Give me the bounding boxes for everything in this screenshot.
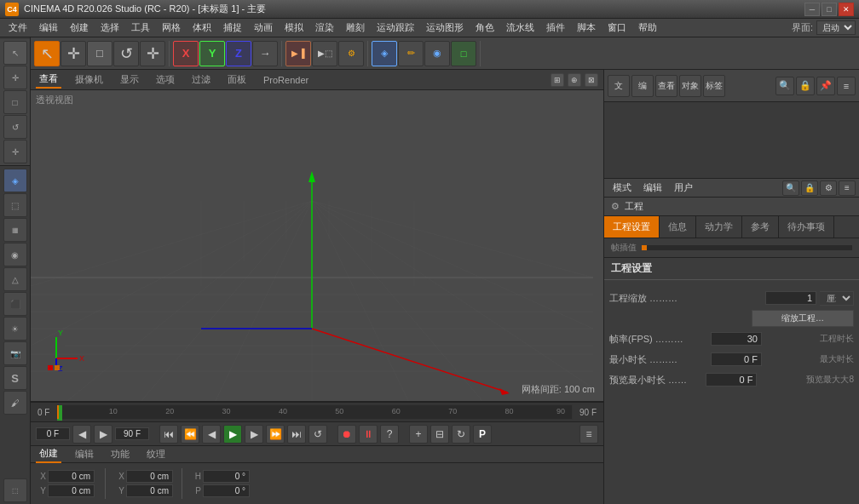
keyframe-indicator[interactable] <box>642 245 647 250</box>
menu-window[interactable]: 窗口 <box>602 20 631 36</box>
toolbar-render-preview[interactable]: ▶▐ <box>285 41 311 66</box>
toolbar-move-btn[interactable]: ✛ <box>61 41 86 66</box>
timeline-playhead[interactable] <box>57 405 59 419</box>
vp-tab-options[interactable]: 选项 <box>153 72 178 88</box>
h-input[interactable] <box>203 470 250 483</box>
fps-input[interactable] <box>711 332 762 346</box>
rp-mode-item[interactable]: 模式 <box>608 180 637 196</box>
rp-tab-reference[interactable]: 参考 <box>742 216 779 238</box>
menu-plugins[interactable]: 插件 <box>541 20 570 36</box>
menu-animate[interactable]: 动画 <box>249 20 278 36</box>
y-size-input[interactable] <box>126 484 173 497</box>
playback-record-btn[interactable]: ⏺ <box>337 425 356 444</box>
playback-extra1[interactable]: ≡ <box>579 425 598 444</box>
menu-create[interactable]: 创建 <box>65 20 94 36</box>
x-size-input[interactable] <box>126 470 173 483</box>
toolbar-view-persp[interactable]: ◈ <box>372 41 397 66</box>
bottom-tab-create[interactable]: 创建 <box>36 445 61 463</box>
rp-file-btn[interactable]: 文 <box>608 75 630 97</box>
sidebar-camera-icon[interactable]: 📷 <box>3 341 27 365</box>
playback-plus-btn[interactable]: ▶ <box>94 425 112 444</box>
rp-search2-btn[interactable]: 🔍 <box>782 180 799 196</box>
playback-prev-btn[interactable]: ⏪ <box>181 425 199 444</box>
min-time-input[interactable] <box>711 352 762 366</box>
p-input[interactable] <box>203 484 250 497</box>
sidebar-paint-icon[interactable]: 🖌 <box>3 391 27 415</box>
close-button[interactable]: ✕ <box>839 3 854 16</box>
playback-minus-btn[interactable]: ◀ <box>72 425 91 444</box>
playback-key-remove[interactable]: ⊟ <box>430 425 449 444</box>
menu-character[interactable]: 角色 <box>470 20 499 36</box>
menu-simulate[interactable]: 模拟 <box>280 20 308 36</box>
end-frame-input[interactable] <box>115 427 149 440</box>
menu-mesh[interactable]: 网格 <box>157 20 186 36</box>
rp-menu-btn[interactable]: ≡ <box>837 77 856 95</box>
rp-obj-btn[interactable]: 对象 <box>679 75 701 97</box>
menu-help[interactable]: 帮助 <box>633 20 662 36</box>
playback-key-add[interactable]: + <box>409 425 428 444</box>
rp-tab-info[interactable]: 信息 <box>660 216 696 238</box>
playback-p-btn[interactable]: P <box>473 425 492 444</box>
toolbar-y-btn[interactable]: Y <box>199 41 225 66</box>
tool-scale-icon[interactable]: □ <box>3 90 27 114</box>
rp-user-item[interactable]: 用户 <box>669 180 698 196</box>
rp-edit-item[interactable]: 编辑 <box>638 180 667 196</box>
playback-loop-btn[interactable]: ↺ <box>308 425 327 444</box>
playback-end-btn[interactable]: ⏭ <box>287 425 306 444</box>
toolbar-render-full[interactable]: ⚙ <box>338 41 364 66</box>
playback-start-btn[interactable]: ⏮ <box>159 425 178 444</box>
bottom-tab-texture[interactable]: 纹理 <box>143 446 169 462</box>
scale-project-btn[interactable]: 缩放工程… <box>752 310 854 327</box>
sidebar-light-icon[interactable]: ☀ <box>3 317 27 341</box>
toolbar-paint-btn[interactable]: ✏ <box>398 41 424 66</box>
sidebar-s-icon[interactable]: S <box>3 366 27 390</box>
bottom-tab-edit[interactable]: 编辑 <box>72 446 97 462</box>
tool-transform-icon[interactable]: ✛ <box>3 140 27 163</box>
menu-motion-track[interactable]: 运动跟踪 <box>372 20 419 36</box>
rp-tab-todo[interactable]: 待办事项 <box>779 216 834 238</box>
menu-render[interactable]: 渲染 <box>310 20 339 36</box>
vp-tab-view[interactable]: 查看 <box>36 71 61 89</box>
rp-view-btn[interactable]: 查看 <box>655 75 677 97</box>
rp-lock2-btn[interactable]: 🔒 <box>801 180 818 196</box>
viewport-settings-btn[interactable]: ⊕ <box>568 73 581 87</box>
toolbar-z-btn[interactable]: Z <box>226 41 251 66</box>
playback-key-sync[interactable]: ↻ <box>452 425 470 444</box>
y-pos-input[interactable] <box>48 484 95 497</box>
scale-input[interactable] <box>765 291 816 305</box>
playback-play-btn[interactable]: ▶ <box>223 425 242 444</box>
interface-select[interactable]: 启动 <box>816 20 856 35</box>
x-pos-input[interactable] <box>48 470 95 483</box>
scale-unit-select[interactable]: 厘米 <box>820 291 854 306</box>
maximize-button[interactable]: □ <box>822 3 837 16</box>
menu-tools[interactable]: 工具 <box>126 20 155 36</box>
rp-menu2-btn[interactable]: ≡ <box>839 180 856 196</box>
playback-next-btn[interactable]: ⏩ <box>266 425 285 444</box>
rp-pin-btn[interactable]: 📌 <box>816 77 835 95</box>
rp-edit-btn[interactable]: 编 <box>631 75 654 97</box>
toolbar-rotate-btn[interactable]: ↺ <box>113 41 139 66</box>
playback-help-btn[interactable]: ? <box>380 425 399 444</box>
menu-select[interactable]: 选择 <box>95 20 124 36</box>
viewport-layout-btn[interactable]: ⊞ <box>551 73 564 87</box>
tool-rotate-icon[interactable]: ↺ <box>3 115 27 139</box>
toolbar-scene-btn[interactable]: □ <box>451 41 476 66</box>
sidebar-object-icon[interactable]: ◉ <box>3 243 27 266</box>
bottom-tab-function[interactable]: 功能 <box>107 446 133 462</box>
sidebar-grid-icon[interactable]: ▦ <box>3 218 27 242</box>
sidebar-bend-icon[interactable]: ⬛ <box>3 292 27 316</box>
sidebar-sphere-icon[interactable]: ⬚ <box>3 193 27 217</box>
menu-edit[interactable]: 编辑 <box>34 20 63 36</box>
toolbar-object-btn[interactable]: ◉ <box>424 41 450 66</box>
sidebar-bottom-icon[interactable]: ⬚ <box>3 478 27 502</box>
menu-pipeline[interactable]: 流水线 <box>501 20 539 36</box>
menu-file[interactable]: 文件 <box>3 20 32 36</box>
viewport-canvas[interactable]: Y X Z 透视视图 网格间距: 100 cm <box>31 90 603 401</box>
current-frame-input[interactable] <box>36 427 70 440</box>
menu-volume[interactable]: 体积 <box>187 20 216 36</box>
sidebar-poly-icon[interactable]: △ <box>3 267 27 291</box>
rp-tab-project-settings[interactable]: 工程设置 <box>604 216 660 238</box>
rp-tab-dynamics[interactable]: 动力学 <box>696 216 742 238</box>
vp-tab-camera[interactable]: 摄像机 <box>72 72 107 88</box>
playback-fwd-btn[interactable]: ▶ <box>245 425 263 444</box>
